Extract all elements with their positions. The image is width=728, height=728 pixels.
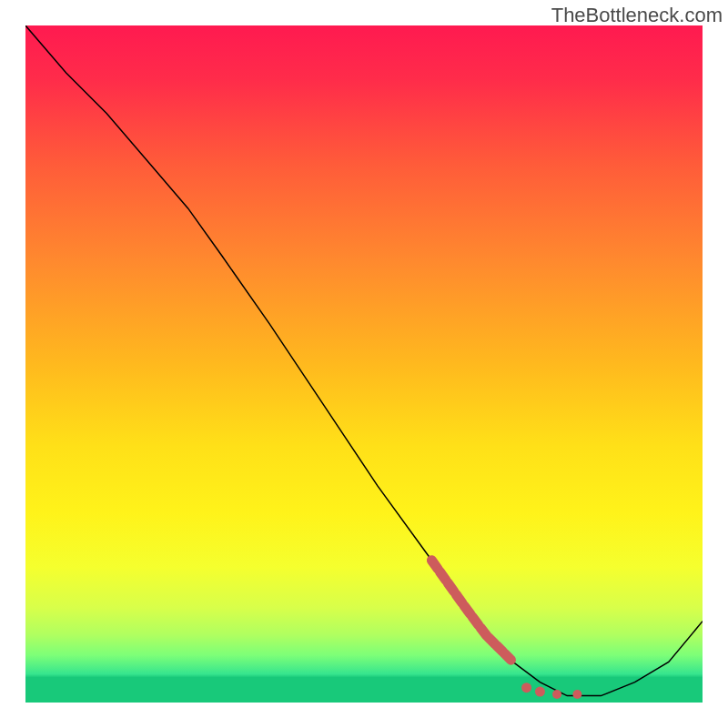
- highlight-dash-dot: [552, 690, 561, 699]
- highlight-dash-dot: [572, 690, 581, 699]
- highlight-dash-segment: [440, 571, 446, 580]
- highlight-dash-dot: [535, 687, 545, 697]
- highlight-dash-segment: [431, 561, 438, 569]
- chart-svg: [25, 25, 703, 703]
- highlight-dash-segment: [448, 583, 454, 592]
- chart-plot-area: [25, 25, 703, 703]
- background-gradient: [25, 25, 703, 703]
- highlight-dash-dot: [521, 682, 531, 693]
- highlight-dash-segment: [456, 594, 462, 602]
- watermark-label: TheBottleneck.com: [551, 4, 723, 27]
- highlight-dash-segment: [505, 653, 511, 660]
